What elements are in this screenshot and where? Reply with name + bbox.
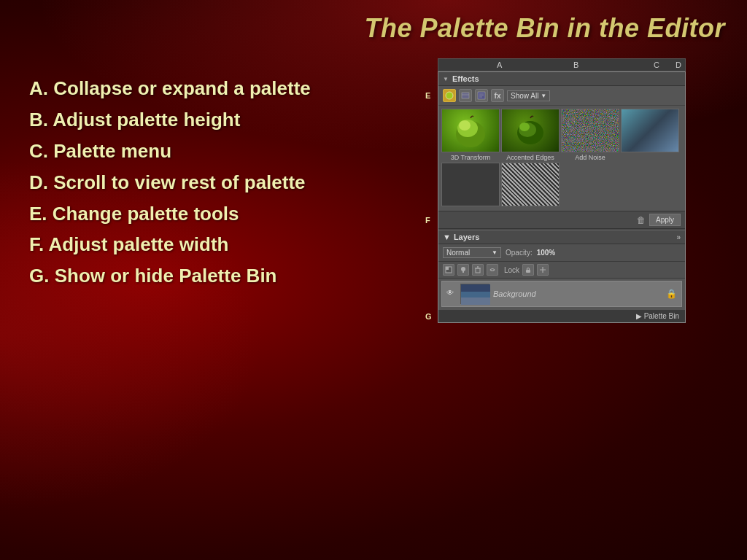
side-label-f: F: [425, 216, 430, 225]
panel-wrapper: A B C D ▼ Effects E: [423, 58, 725, 323]
layers-expand-icon[interactable]: »: [676, 233, 681, 241]
effects-icon-1[interactable]: [443, 89, 456, 102]
label-letter-b: B.: [29, 109, 48, 131]
effect-item-3d[interactable]: 3D Transform: [441, 109, 500, 161]
effect-thumb-noise: [561, 109, 619, 152]
apply-button[interactable]: Apply: [649, 214, 681, 226]
effects-icon-4[interactable]: fx: [491, 89, 504, 102]
layer-new-icon[interactable]: [443, 264, 454, 276]
palette-bin-label: Palette Bin: [644, 312, 679, 320]
layers-title: Layers: [454, 233, 479, 241]
label-text-f: Adjust palette width: [49, 233, 229, 255]
side-label-g: G: [425, 312, 432, 321]
svg-point-9: [459, 120, 471, 131]
mode-arrow-icon: ▼: [492, 249, 498, 256]
layers-controls: Normal ▼ Opacity: 100%: [438, 244, 685, 262]
label-text-a: Collapse or expand a palette: [53, 77, 311, 99]
effect-name-noise: Add Noise: [575, 154, 605, 161]
label-item-g: G. Show or hide Palette Bin: [29, 260, 409, 292]
label-letter-f: F.: [29, 233, 44, 255]
main-content: The Palette Bin in the Editor A. Collaps…: [0, 0, 747, 560]
effects-header: ▼ Effects: [438, 72, 685, 86]
layer-trash-icon[interactable]: [472, 264, 484, 276]
lock-move-icon[interactable]: [537, 264, 549, 276]
label-text-d: Scroll to view rest of palette: [53, 171, 305, 193]
panel-container: ▼ Effects E: [438, 71, 686, 323]
effect-item-noise[interactable]: Add Noise: [561, 109, 619, 161]
layers-section: ▼ Layers » Normal ▼ Opacity:: [438, 230, 685, 307]
effect-thumb-r2a: [621, 109, 679, 152]
svg-rect-1: [462, 93, 469, 98]
label-item-f: F. Adjust palette width: [29, 229, 409, 260]
layer-brush-icon[interactable]: [457, 264, 469, 276]
effect-item-r2a[interactable]: [621, 109, 679, 161]
layer-row-background[interactable]: 👁 Background 🔒: [441, 281, 682, 307]
show-all-label: Show All: [511, 92, 538, 100]
palette-bin-arrow-icon: ▶: [636, 312, 642, 320]
effects-icon-3[interactable]: [475, 89, 488, 102]
label-item-e: E. Change palette tools: [29, 198, 409, 230]
col-label-a: A: [497, 61, 502, 69]
label-letter-d: D.: [29, 171, 48, 193]
svg-rect-17: [462, 271, 464, 273]
mode-value: Normal: [446, 249, 470, 257]
side-label-e: E: [425, 91, 430, 100]
trash-icon[interactable]: 🗑: [637, 215, 646, 225]
layer-visibility-icon[interactable]: 👁: [446, 289, 457, 299]
effect-thumb-r2c: [501, 163, 560, 206]
main-area: A. Collapse or expand a palette B. Adjus…: [0, 51, 747, 323]
svg-rect-15: [446, 267, 449, 270]
effect-thumb-ae: [501, 109, 560, 152]
opacity-value: 100%: [537, 249, 556, 257]
layers-header-left: ▼ Layers: [443, 233, 479, 241]
palette-bin-button[interactable]: ▶ Palette Bin: [636, 312, 679, 320]
bottom-bar: G ▶ Palette Bin: [438, 309, 685, 322]
svg-point-0: [446, 92, 453, 99]
dropdown-arrow-icon: ▼: [541, 93, 546, 99]
label-letter-e: E.: [29, 203, 47, 225]
effect-item-r2b[interactable]: [441, 163, 500, 208]
layer-thumbnail: [460, 284, 489, 304]
layer-name: Background: [493, 289, 662, 298]
effect-item-r2c[interactable]: [501, 163, 560, 208]
label-item-b: B. Adjust palette height: [29, 104, 409, 136]
col-label-b: B: [573, 61, 578, 69]
label-item-c: C. Palette menu: [29, 136, 409, 167]
effect-item-ae[interactable]: Accented Edges: [501, 109, 560, 161]
layer-lock-icon[interactable]: 🔒: [666, 289, 677, 299]
svg-rect-13: [562, 109, 619, 152]
apply-bar: F 🗑 Apply: [438, 211, 685, 229]
label-text-e: Change palette tools: [53, 203, 239, 225]
col-label-d: D: [676, 61, 681, 69]
show-all-dropdown[interactable]: Show All ▼: [507, 90, 550, 101]
effect-thumb-3d: [441, 109, 500, 152]
labels-list: A. Collapse or expand a palette B. Adjus…: [29, 66, 409, 323]
label-letter-c: C.: [29, 140, 48, 162]
lock-icon[interactable]: [522, 264, 534, 276]
effects-grid: 3D Transform: [438, 106, 685, 211]
effects-section: ▼ Effects E: [438, 72, 685, 230]
layers-header: ▼ Layers »: [438, 230, 685, 244]
label-item-a: A. Collapse or expand a palette: [29, 73, 409, 104]
opacity-label: Opacity:: [506, 249, 533, 257]
palette-panel: A B C D ▼ Effects E: [423, 58, 725, 323]
svg-rect-21: [526, 270, 530, 273]
lock-label: Lock: [504, 266, 519, 274]
label-text-b: Adjust palette height: [53, 109, 240, 131]
effects-collapse-arrow[interactable]: ▼: [443, 76, 449, 82]
svg-point-12: [519, 122, 530, 131]
label-letter-a: A.: [29, 77, 48, 99]
label-text-c: Palette menu: [53, 140, 171, 162]
svg-rect-24: [461, 298, 490, 305]
label-item-d: D. Scroll to view rest of palette: [29, 167, 409, 198]
layers-collapse-arrow[interactable]: ▼: [443, 233, 451, 241]
layer-link-icon[interactable]: [487, 264, 498, 276]
effects-icon-2[interactable]: [459, 89, 472, 102]
mode-dropdown[interactable]: Normal ▼: [443, 247, 501, 258]
effect-name-3d: 3D Transform: [451, 154, 491, 161]
svg-rect-18: [476, 268, 480, 273]
effects-toolbar: E: [438, 86, 685, 106]
label-text-g: Show or hide Palette Bin: [55, 265, 277, 287]
effect-thumb-r2b: [441, 163, 500, 206]
page-title: The Palette Bin in the Editor: [0, 0, 747, 51]
